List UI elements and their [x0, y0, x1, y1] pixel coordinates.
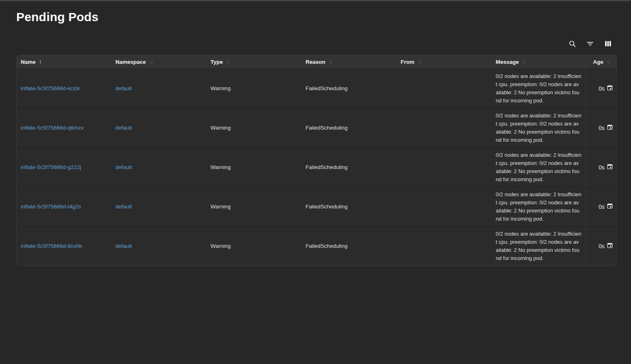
table-header-row: Name↑ Namespace↑↓ Type↑↓ Reason↑↓ From↑↓: [17, 55, 617, 69]
message-cell: 0/2 nodes are available: 2 Insufficient …: [492, 187, 586, 226]
reason-cell: FailedScheduling: [301, 147, 397, 187]
namespace-link[interactable]: default: [115, 204, 132, 210]
table-row: inflate-5c5f75666d-g222j default Warning…: [17, 147, 617, 187]
table-toolbar: [16, 40, 617, 48]
calendar-icon: [607, 163, 613, 171]
table-row: inflate-5c5f75666d-kclzk default Warning…: [17, 69, 617, 108]
calendar-icon: [607, 124, 613, 132]
reason-cell: FailedScheduling: [301, 108, 397, 147]
table-row: inflate-5c5f75666d-t4g2s default Warning…: [17, 187, 617, 226]
column-label: Age: [593, 59, 603, 65]
namespace-link[interactable]: default: [115, 85, 132, 91]
pod-name-link[interactable]: inflate-5c5f75666d-8cvhk: [21, 243, 82, 249]
column-label: From: [401, 59, 414, 65]
sort-icon: ↑↓: [607, 59, 610, 65]
pod-name-link[interactable]: inflate-5c5f75666d-kclzk: [21, 85, 80, 91]
reason-cell: FailedScheduling: [301, 187, 397, 226]
namespace-link[interactable]: default: [115, 164, 132, 170]
type-cell: Warning: [206, 226, 301, 266]
filter-icon: [586, 40, 594, 49]
from-cell: [397, 226, 492, 266]
calendar-icon: [607, 84, 613, 92]
from-cell: [397, 108, 492, 147]
type-cell: Warning: [206, 147, 301, 187]
pod-name-link[interactable]: inflate-5c5f75666d-q6mzx: [21, 125, 84, 131]
calendar-icon: [607, 242, 613, 250]
type-cell: Warning: [206, 69, 301, 108]
reason-cell: FailedScheduling: [301, 69, 397, 108]
message-cell: 0/2 nodes are available: 2 Insufficient …: [492, 226, 586, 266]
message-cell: 0/2 nodes are available: 2 Insufficient …: [492, 69, 586, 108]
type-cell: Warning: [206, 187, 301, 226]
age-value: 0s: [598, 243, 605, 249]
message-cell: 0/2 nodes are available: 2 Insufficient …: [492, 108, 586, 147]
search-icon: [568, 40, 576, 49]
filter-button[interactable]: [586, 40, 594, 48]
pending-pods-table: Name↑ Namespace↑↓ Type↑↓ Reason↑↓ From↑↓: [17, 55, 617, 266]
column-label: Namespace: [115, 59, 146, 65]
column-header-message[interactable]: Message↑↓: [492, 55, 586, 69]
column-header-name[interactable]: Name↑: [17, 55, 111, 69]
table-row: inflate-5c5f75666d-8cvhk default Warning…: [17, 226, 617, 266]
table-row: inflate-5c5f75666d-q6mzx default Warning…: [17, 108, 617, 147]
from-cell: [397, 147, 492, 187]
namespace-link[interactable]: default: [115, 125, 132, 131]
age-value: 0s: [598, 204, 605, 210]
namespace-link[interactable]: default: [115, 243, 132, 249]
page-title: Pending Pods: [16, 10, 617, 24]
age-value: 0s: [598, 164, 605, 171]
message-cell: 0/2 nodes are available: 2 Insufficient …: [492, 147, 586, 187]
sort-ascending-icon: ↑: [39, 58, 42, 65]
columns-button[interactable]: [604, 40, 612, 48]
from-cell: [397, 69, 492, 108]
sort-icon: ↑↓: [226, 59, 230, 65]
calendar-icon: [607, 203, 613, 210]
column-header-type[interactable]: Type↑↓: [206, 55, 301, 69]
age-value: 0s: [598, 125, 605, 131]
reason-cell: FailedScheduling: [301, 226, 397, 266]
column-header-reason[interactable]: Reason↑↓: [301, 55, 397, 69]
pod-name-link[interactable]: inflate-5c5f75666d-t4g2s: [21, 204, 81, 210]
column-header-namespace[interactable]: Namespace↑↓: [111, 55, 206, 69]
sort-icon: ↑↓: [522, 59, 525, 65]
sort-icon: ↑↓: [149, 59, 152, 65]
pending-pods-page: Pending Pods: [0, 1, 631, 266]
column-label: Reason: [306, 59, 325, 65]
pod-name-link[interactable]: inflate-5c5f75666d-g222j: [21, 164, 81, 170]
age-value: 0s: [598, 85, 605, 92]
column-label: Type: [210, 59, 223, 65]
column-label: Name: [21, 59, 36, 65]
column-header-from[interactable]: From↑↓: [397, 55, 492, 69]
sort-icon: ↑↓: [329, 59, 332, 65]
sort-icon: ↑↓: [418, 59, 421, 65]
column-label: Message: [496, 59, 519, 65]
columns-icon: [604, 40, 612, 49]
column-header-age[interactable]: Age↑↓: [586, 55, 617, 69]
from-cell: [397, 187, 492, 226]
type-cell: Warning: [206, 108, 301, 147]
search-button[interactable]: [568, 40, 576, 48]
pending-pods-table-card: Name↑ Namespace↑↓ Type↑↓ Reason↑↓ From↑↓: [16, 55, 617, 266]
